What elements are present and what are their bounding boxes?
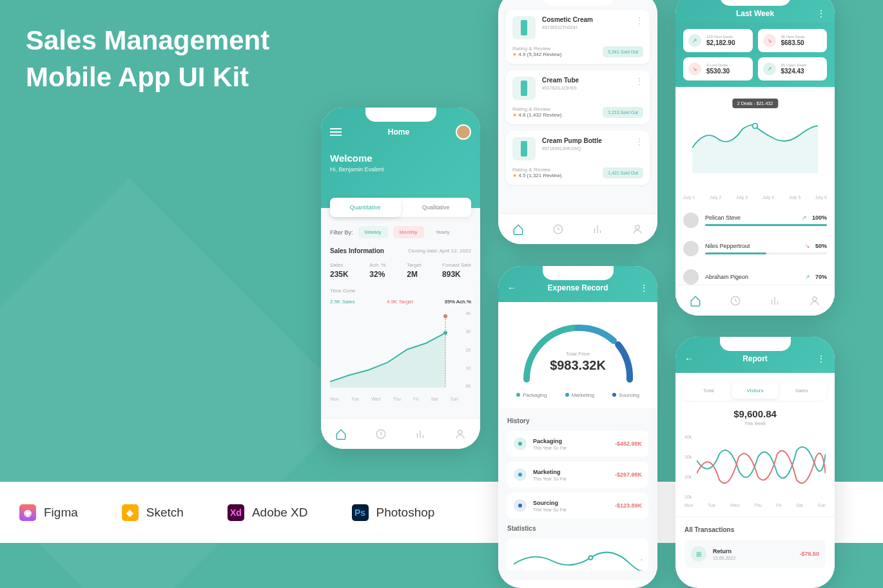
phone-home: Home Welcome Hi, Benjamin Evalent Quanti… [321, 108, 480, 449]
tool-ps: PsPhotoshop [352, 504, 435, 521]
return-icon: ⊞ [691, 546, 706, 562]
back-icon[interactable]: ← [507, 283, 516, 293]
gauge-area: Total Price $983.32K Packaging Marketing… [498, 302, 657, 408]
tab-quantitative[interactable]: Quantitative [330, 198, 401, 217]
product-card[interactable]: Cream Pump Bottle#8718391JHK1WQ⋮ Rating … [506, 131, 650, 185]
tab-qualitative[interactable]: Qualitative [401, 198, 472, 217]
deals-header: Last Week ⋮ [675, 0, 835, 23]
sketch-icon: ◆ [122, 504, 139, 521]
person-name: Niles Peppertrout [705, 243, 800, 249]
history-sub: This Year So Far [533, 477, 608, 481]
user-icon[interactable] [809, 295, 820, 307]
more-icon[interactable]: ⋮ [817, 8, 826, 19]
greeting-text: Hi, Benjamin Evalent [330, 166, 471, 173]
bottom-nav [498, 213, 657, 244]
hero-title: Sales ManagementMobile App UI Kit [26, 23, 269, 95]
stat-label: Forcast Sale [442, 262, 471, 268]
clock-icon[interactable] [730, 295, 741, 307]
closing-date: Closing date: April 12, 2022 [408, 248, 471, 254]
deal-card[interactable]: ↗45 Open Deals$324.43 [758, 57, 828, 81]
home-icon[interactable] [335, 428, 347, 440]
more-dots-icon[interactable]: ⋮ [636, 77, 643, 100]
time-gone-label: Time Gone [330, 288, 471, 294]
svg-point-4 [458, 430, 462, 434]
page-title: Expense Record [547, 283, 608, 292]
back-icon[interactable]: ← [684, 354, 694, 364]
tab-total[interactable]: Total [685, 383, 732, 399]
home-icon[interactable] [690, 295, 701, 307]
filter-yearly[interactable]: Yearly [429, 226, 456, 238]
trans-amount: -$76.50 [799, 551, 819, 557]
tab-visitors[interactable]: Visitors [732, 383, 778, 399]
menu-icon[interactable] [330, 126, 342, 138]
home-icon[interactable] [512, 223, 524, 235]
legend-item: Sourcing [612, 392, 639, 398]
bottom-nav [675, 285, 835, 316]
user-icon[interactable] [632, 223, 643, 235]
sales-chart: 4K3K2K1K0K MonTueWedThuFriSatSun [330, 311, 471, 401]
person-avatar [683, 213, 699, 228]
avatar[interactable] [456, 124, 471, 140]
history-sub: This Year So Far [533, 446, 608, 450]
stat-label: Target [407, 262, 421, 268]
chart-icon[interactable] [414, 428, 426, 440]
history-sub: This Year So Far [533, 507, 608, 512]
stat-value: 893K [442, 270, 471, 279]
stat-value: 2M [407, 270, 421, 279]
trans-item[interactable]: ⊞ Return15.09.2022 -$76.50 [684, 540, 826, 568]
history-name: Marketing [533, 469, 608, 475]
svg-point-10 [813, 297, 817, 301]
person-name: Pelican Steve [705, 214, 797, 221]
product-name: Cream Tube [542, 77, 579, 84]
deal-label: 36 New Deals [781, 35, 805, 39]
sold-badge: 1,421 Sold Out [603, 167, 643, 178]
product-name: Cosmetic Cream [542, 16, 593, 23]
page-title: Last Week [736, 9, 774, 18]
clock-icon[interactable] [375, 428, 387, 440]
filter-monthly[interactable]: Monthly [393, 226, 424, 238]
report-chart-svg [697, 435, 826, 499]
expense-header: ← Expense Record ⋮ [498, 266, 657, 302]
history-item[interactable]: MarketingThis Year So Far-$267.98K [507, 462, 648, 488]
history-item[interactable]: PackagingThis Year So Far-$452.98K [507, 431, 648, 457]
progress-target: 4.9K Target [387, 299, 413, 305]
deal-card[interactable]: ↘36 New Deals$683.50 [758, 29, 828, 52]
bottom-nav [321, 418, 480, 449]
page-title: Report [742, 354, 768, 363]
history-amount: -$123.89K [615, 502, 642, 509]
history-item[interactable]: SourcingThis Year So Far-$123.89K [507, 493, 648, 518]
clock-icon[interactable] [552, 223, 564, 235]
product-card[interactable]: Cream Tube#63782GJ23HE6⋮ Rating & Review… [506, 70, 650, 124]
deal-card[interactable]: ↗120 Won Deals$2,182.90 [683, 29, 753, 52]
sold-badge: 3,213 Sold Out [603, 107, 643, 118]
tool-figma: ◉Figma [19, 504, 78, 521]
chart-icon[interactable] [592, 223, 603, 235]
person-row[interactable]: Pelican Steve↗100% [683, 206, 827, 234]
tab-pills: Quantitative Qualitative [330, 198, 471, 217]
more-dots-icon[interactable]: ⋮ [636, 137, 643, 160]
progress-ach: 89% Ach.% [445, 299, 471, 305]
user-icon[interactable] [454, 428, 466, 440]
arrow-down-icon: ↘ [805, 243, 810, 249]
product-image [512, 137, 536, 160]
more-icon[interactable]: ⋮ [817, 354, 826, 364]
sold-badge: 5,341 Sold Out [603, 46, 643, 57]
page-title: Home [388, 128, 409, 137]
phone-expense: ← Expense Record ⋮ Total Price $983.32K … [498, 266, 657, 588]
deal-label: 45 Open Deals [781, 63, 807, 67]
person-name: Abraham Pigeon [705, 274, 800, 280]
chart-icon[interactable] [769, 295, 781, 307]
person-avatar [683, 241, 699, 256]
more-icon[interactable]: ⋮ [639, 283, 648, 293]
trans-date: 15.09.2022 [713, 556, 735, 560]
person-row[interactable]: Niles Peppertrout↘50% [683, 234, 827, 263]
person-pct: 50% [815, 243, 827, 249]
tab-sales[interactable]: Sales [779, 383, 825, 399]
product-sku: #63782GJ23HE6 [542, 86, 579, 90]
deal-card[interactable]: ↘3 Lost Deals$530.30 [683, 57, 753, 81]
product-card[interactable]: Cosmetic Cream#87365327HSDH⋮ Rating & Re… [506, 10, 650, 64]
filter-weekly[interactable]: Weekly [358, 226, 388, 238]
product-sku: #8718391JHK1WQ [542, 146, 602, 151]
more-dots-icon[interactable]: ⋮ [636, 16, 643, 39]
rating-text: Rating & Review★ 4.8 (1,432 Review) [512, 106, 561, 118]
